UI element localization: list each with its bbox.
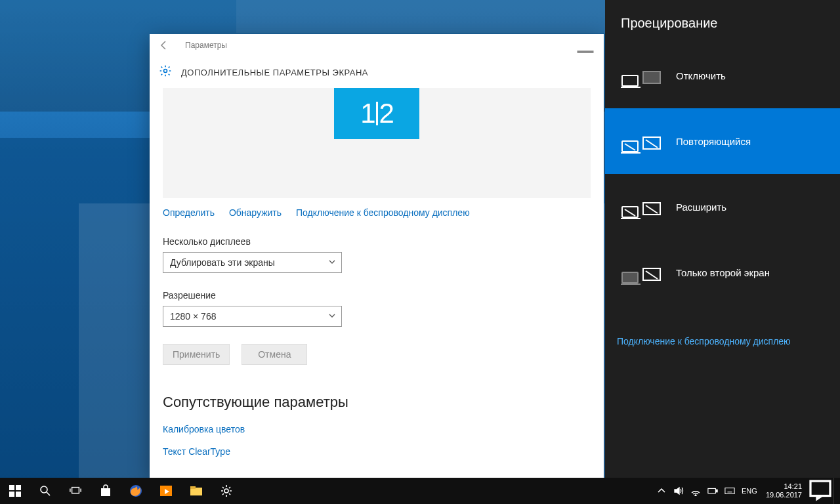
back-button[interactable]: [155, 36, 173, 54]
projection-item-duplicate[interactable]: Повторяющийся: [605, 108, 840, 174]
settings-taskbar-icon[interactable]: [211, 478, 242, 504]
window-title: Параметры: [185, 41, 227, 50]
svg-point-17: [41, 486, 47, 493]
projection-label: Повторяющийся: [676, 136, 751, 147]
projection-wireless-link[interactable]: Подключение к беспроводному дисплею: [617, 336, 791, 346]
network-icon[interactable]: [687, 478, 704, 504]
projection-label: Расширить: [676, 201, 726, 213]
related-heading: Сопутствующие параметры: [163, 394, 591, 411]
clock[interactable]: 14:21 19.06.2017: [761, 482, 807, 499]
battery-icon[interactable]: [704, 478, 721, 504]
projection-label: Только второй экран: [676, 267, 770, 278]
volume-icon[interactable]: [670, 478, 687, 504]
projection-title: Проецирование: [605, 0, 840, 43]
svg-point-1: [164, 70, 167, 73]
apply-button[interactable]: Применить: [163, 344, 230, 365]
identify-link[interactable]: Определить: [163, 207, 215, 218]
taskbar: ENG 14:21 19.06.2017: [0, 478, 840, 504]
search-button[interactable]: [30, 478, 60, 504]
display-preview[interactable]: 12: [163, 88, 591, 198]
svg-rect-10: [622, 272, 638, 283]
svg-rect-15: [9, 492, 14, 497]
resolution-combo[interactable]: 840 × 504: [163, 306, 342, 327]
multiple-displays-value: Дублировать эти экраны: [170, 257, 275, 268]
second-only-icon: [621, 258, 662, 287]
minimize-button[interactable]: [572, 36, 598, 54]
keyboard-icon[interactable]: [721, 478, 738, 504]
projection-item-second-only[interactable]: Только второй экран: [605, 240, 840, 305]
chevron-down-icon: [328, 311, 336, 322]
multiple-displays-label: Несколько дисплеев: [163, 236, 591, 247]
svg-rect-19: [72, 488, 79, 494]
svg-rect-31: [725, 488, 734, 494]
projection-panel: Проецирование Отключить Повторяющийся Ра…: [605, 0, 840, 478]
titlebar: Параметры: [150, 34, 604, 56]
svg-point-27: [224, 489, 228, 493]
resolution-value: 840 × 504: [170, 311, 216, 322]
gear-icon: [159, 64, 172, 80]
task-view-button[interactable]: [60, 478, 91, 504]
detect-link[interactable]: Обнаружить: [229, 207, 282, 218]
store-icon[interactable]: [91, 478, 121, 504]
page-title: ДОПОЛНИТЕЛЬНЫЕ ПАРАМЕТРЫ ЭКРАНА: [181, 68, 368, 77]
svg-rect-2: [622, 75, 638, 86]
explorer-icon[interactable]: [181, 478, 211, 504]
action-center-icon[interactable]: [807, 478, 833, 504]
wireless-display-link[interactable]: Подключение к беспроводному дисплею: [296, 207, 470, 218]
tray-chevron-icon[interactable]: [653, 478, 670, 504]
svg-rect-14: [16, 485, 21, 490]
cleartype-link[interactable]: Текст ClearType: [163, 446, 591, 457]
firefox-icon[interactable]: [121, 478, 151, 504]
language-indicator[interactable]: ENG: [738, 487, 761, 495]
pc-only-icon: [621, 61, 662, 90]
start-button[interactable]: [0, 478, 30, 504]
cancel-button[interactable]: Отмена: [242, 344, 307, 365]
svg-rect-37: [810, 481, 830, 496]
page-header: ДОПОЛНИТЕЛЬНЫЕ ПАРАМЕТРЫ ЭКРАНА: [150, 56, 604, 88]
settings-window: Параметры ДОПОЛНИТЕЛЬНЫЕ ПАРАМЕТРЫ ЭКРАН…: [150, 34, 604, 478]
svg-rect-13: [9, 485, 14, 490]
svg-rect-29: [708, 488, 716, 493]
chevron-down-icon: [328, 257, 336, 268]
clock-date: 19.06.2017: [766, 491, 802, 499]
projection-label: Отключить: [676, 70, 726, 81]
projection-item-disconnect[interactable]: Отключить: [605, 43, 840, 108]
duplicate-icon: [621, 127, 662, 156]
projection-item-extend[interactable]: Расширить: [605, 174, 840, 240]
svg-rect-30: [716, 490, 717, 492]
color-calibration-link[interactable]: Калибровка цветов: [163, 424, 591, 434]
clock-time: 14:21: [766, 482, 802, 491]
extend-icon: [621, 192, 662, 221]
svg-line-18: [47, 492, 50, 495]
resolution-label: Разрешение: [163, 290, 591, 301]
desktop: ∞VIARUM Параметры ДОПОЛНИТЕЛЬНЫЕ ПАРАМЕТ…: [0, 0, 840, 504]
media-player-icon[interactable]: [151, 478, 181, 504]
svg-rect-4: [643, 72, 660, 83]
multiple-displays-combo[interactable]: Дублировать эти экраны: [163, 252, 342, 273]
show-desktop-button[interactable]: [833, 478, 837, 504]
display-tile[interactable]: 12: [334, 88, 419, 139]
svg-rect-16: [16, 492, 21, 497]
svg-rect-26: [190, 486, 196, 489]
svg-point-28: [695, 495, 696, 496]
